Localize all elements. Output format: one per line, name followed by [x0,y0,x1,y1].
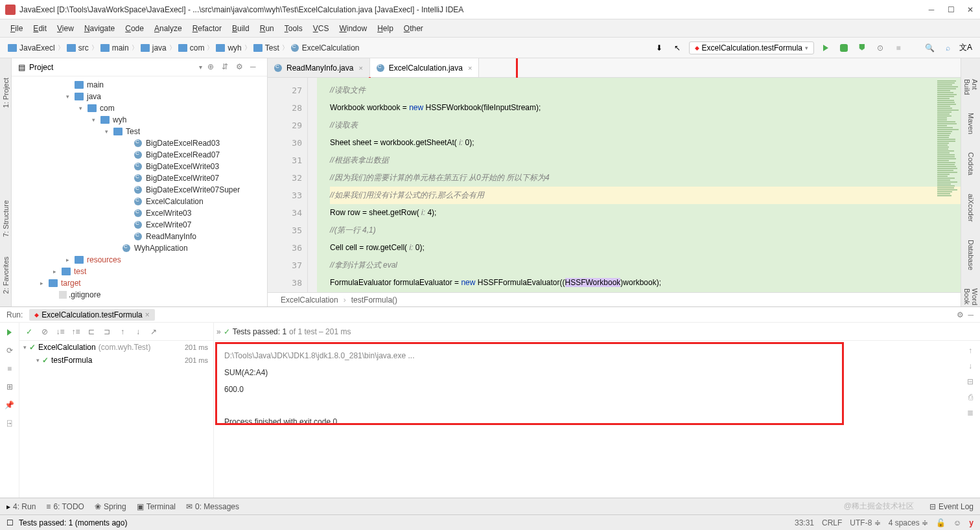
run-tab[interactable]: ◆ ExcelCalculation.testFormula × [29,309,154,321]
run-button[interactable] [819,41,832,54]
project-toolwindow-tab[interactable]: 1: Project [2,78,10,108]
menu-code[interactable]: Code [121,23,148,34]
minimize-button[interactable]: ─ [927,5,936,14]
minimize-panel-icon[interactable]: ─ [968,310,974,319]
breadcrumb-item[interactable]: main [100,43,129,52]
tree-node[interactable]: BigDateExcelRead03 [12,137,267,149]
menu-help[interactable]: Help [373,23,397,34]
menu-tools[interactable]: Tools [281,23,307,34]
debug-icon[interactable]: ⟳ [4,345,16,356]
tree-node[interactable]: ▸resources [12,254,267,266]
tree-node[interactable]: ▾wyh [12,114,267,126]
editor-breadcrumb[interactable]: ExcelCalculation › testFormula() [268,292,961,306]
sort2-icon[interactable]: ↑≡ [70,326,82,338]
crumb-method[interactable]: testFormula() [351,295,397,305]
export-icon[interactable]: ⍈ [4,417,16,429]
menu-vcs[interactable]: VCS [309,23,333,34]
close-icon[interactable]: × [358,64,362,72]
build-icon[interactable]: ⬇ [653,41,666,54]
nav-back-icon[interactable]: ↖ [671,41,684,54]
menu-run[interactable]: Run [256,23,278,34]
menu-other[interactable]: Other [400,23,427,34]
run-config-selector[interactable]: ◆ ExcelCalculation.testFormula ▾ [689,41,814,54]
stop-icon[interactable]: ■ [4,363,16,374]
debug-button[interactable] [837,41,850,54]
locate-icon[interactable]: ⊕ [207,62,218,73]
tree-node[interactable]: ExcelWrite03 [12,207,267,219]
console-output[interactable]: D:\Tools\Java\JDK\JDK1.8\jdk1.8.0_281\bi… [214,341,961,498]
tree-node[interactable]: ▸test [12,266,267,277]
coverage-button[interactable]: ⛊ [856,41,869,54]
hide-icon[interactable]: ─ [250,62,261,73]
clear-icon[interactable]: ≣ [967,408,974,417]
wrap-icon[interactable]: ⊟ [967,377,974,386]
stop-button[interactable]: ■ [892,41,905,54]
crumb-class[interactable]: ExcelCalculation [281,295,338,305]
search-icon[interactable]: 🔍 [923,41,936,54]
tree-node[interactable]: .gitignore [12,289,267,301]
tree-node[interactable]: ExcelCalculation [12,196,267,207]
menu-analyze[interactable]: Analyze [150,23,186,34]
tree-node[interactable]: BigDateExcelWrite07Super [12,184,267,196]
collapse-icon[interactable]: ⊐ [101,326,113,338]
editor-tab[interactable]: ExcelCalculation.java× [370,58,480,77]
panel-ant-build[interactable]: Ant Build [963,79,979,95]
menu-window[interactable]: Window [335,23,371,34]
event-log-tab[interactable]: ⊟ Event Log [929,502,974,511]
down-icon[interactable]: ↓ [132,326,144,338]
tree-node[interactable]: BigDateExcelWrite07 [12,172,267,184]
pin-icon[interactable]: 📌 [4,399,16,411]
chevron-icon[interactable]: » [216,327,221,336]
messages-tab[interactable]: ✉ 0: Messages [186,502,239,511]
editor-tab[interactable]: ReadManyInfo.java× [268,58,370,77]
test-row[interactable]: ▾✓testFormula201 ms [19,354,213,367]
tree-node[interactable]: ▸target [12,277,267,289]
panel-codota[interactable]: Codota [967,152,975,175]
breadcrumb-item[interactable]: java [141,43,167,52]
breadcrumb-item[interactable]: wyh [216,43,241,52]
menu-view[interactable]: View [53,23,78,34]
cursor-position[interactable]: 33:31 [795,518,814,527]
show-passed-icon[interactable]: ✓ [23,326,35,338]
panel-maven[interactable]: Maven [967,113,975,134]
code-lines[interactable]: //读取文件Workbook workbook = new HSSFWorkbo… [317,78,961,292]
close-icon[interactable]: × [468,64,472,72]
test-tree[interactable]: ▾✓ExcelCalculation(com.wyh.Test)201 ms▾✓… [19,341,213,498]
expand-icon[interactable]: ⊏ [86,326,97,338]
breadcrumb-item[interactable]: JavaExecl [8,43,55,52]
breadcrumb-item[interactable]: com [178,43,205,52]
chevron-down-icon[interactable]: ▾ [199,63,202,71]
breadcrumb-item[interactable]: ExcelCalculation [291,43,360,52]
up-icon[interactable]: ↑ [117,326,128,338]
print-icon[interactable]: ⎙ [968,393,973,402]
breadcrumb-item[interactable]: Test [253,43,279,52]
settings-icon[interactable]: ⚙ [957,310,964,319]
layout-icon[interactable]: ⊞ [4,381,16,393]
translate-icon[interactable]: 文A [959,41,972,54]
maximize-button[interactable]: ☐ [946,5,955,14]
tree-node[interactable]: ▾java [12,91,267,102]
rerun-button[interactable] [4,327,16,338]
settings-icon[interactable]: ⚙ [236,62,246,73]
sort-icon[interactable]: ↓≡ [54,326,66,338]
code-editor[interactable]: 27282930313233343536373839 //读取文件Workboo… [268,78,961,292]
line-separator[interactable]: CRLF [822,518,842,527]
close-icon[interactable]: × [145,310,150,319]
menu-refactor[interactable]: Refactor [189,23,226,34]
close-button[interactable]: ✕ [966,5,975,14]
panel-aixcoder[interactable]: aiXcoder [967,194,975,222]
terminal-tab[interactable]: ▣ Terminal [137,502,176,511]
profile-button[interactable]: ⊙ [874,41,887,54]
history-icon[interactable]: ↗ [148,326,159,338]
menu-file[interactable]: File [6,23,27,34]
tree-node[interactable]: ▾com [12,102,267,114]
breadcrumbs[interactable]: JavaExecl〉src〉main〉java〉com〉wyh〉Test〉Exc… [8,43,359,52]
readonly-icon[interactable]: 🔓 [936,518,946,527]
indent[interactable]: 4 spaces [889,518,920,527]
breadcrumb-item[interactable]: src [67,43,89,52]
menu-edit[interactable]: Edit [29,23,51,34]
menu-navigate[interactable]: Navigate [80,23,119,34]
run-tab[interactable]: ▸ 4: Run [6,502,36,511]
panel-database[interactable]: Database [967,240,975,270]
find-icon[interactable]: ⌕ [941,41,954,54]
